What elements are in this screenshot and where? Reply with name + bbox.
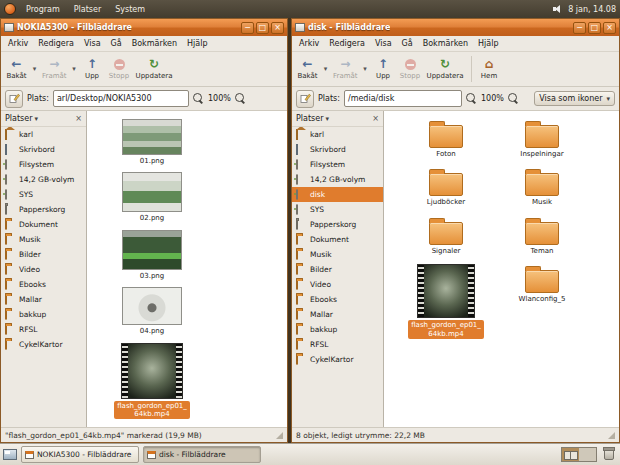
sidebar-item-mallar[interactable]: Mallar <box>1 292 86 307</box>
sidebar-item-karl[interactable]: karl <box>1 127 86 142</box>
folder-item[interactable]: Inspelningar <box>494 119 590 158</box>
sidebar-item-disk[interactable]: disk <box>292 187 383 202</box>
file-item[interactable]: 02.png <box>122 172 182 222</box>
forward-history-dropdown[interactable] <box>70 54 79 85</box>
sidebar-item-sys[interactable]: SYS <box>1 187 86 202</box>
menu-bokmarken[interactable]: Bokmärken <box>418 37 473 50</box>
reload-button[interactable]: Uppdatera <box>133 54 176 85</box>
maximize-button[interactable] <box>588 22 601 34</box>
zoom-level[interactable]: 100% <box>481 94 504 103</box>
back-history-dropdown[interactable] <box>321 54 330 85</box>
sidebar-item-cykelkartor[interactable]: CykelKartor <box>1 337 86 352</box>
toggle-location-entry-button[interactable] <box>5 90 23 108</box>
titlebar[interactable]: disk - Filbläddrare <box>292 19 619 36</box>
menu-arkiv[interactable]: Arkiv <box>3 37 33 50</box>
reload-button[interactable]: Uppdatera <box>424 54 467 85</box>
menu-platser[interactable]: Platser <box>68 3 107 16</box>
stop-button[interactable]: Stopp <box>106 54 133 85</box>
sidebar-item-bilder[interactable]: Bilder <box>292 262 383 277</box>
up-button[interactable]: Upp <box>370 54 397 85</box>
sidebar-item-ebooks[interactable]: Ebooks <box>292 292 383 307</box>
view-mode-dropdown[interactable]: Visa som ikoner <box>534 91 615 106</box>
trash-applet-icon[interactable] <box>604 449 614 460</box>
menu-visa[interactable]: Visa <box>370 37 397 50</box>
menu-redigera[interactable]: Redigera <box>324 37 370 50</box>
forward-history-dropdown[interactable] <box>361 54 370 85</box>
zoom-in-icon[interactable] <box>508 93 519 104</box>
taskbar-window-nokia5300[interactable]: NOKIA5300 - Filbläddrare <box>21 446 139 463</box>
menu-arkiv[interactable]: Arkiv <box>294 37 324 50</box>
menu-redigera[interactable]: Redigera <box>33 37 79 50</box>
show-desktop-icon[interactable] <box>3 449 17 460</box>
menu-program[interactable]: Program <box>20 3 66 16</box>
workspace-1[interactable] <box>562 448 579 461</box>
sidebar-item-sys[interactable]: SYS <box>292 202 383 217</box>
toggle-location-entry-button[interactable] <box>296 90 314 108</box>
sidebar-item-skrivbord[interactable]: Skrivbord <box>1 142 86 157</box>
sidebar-item-volym[interactable]: 14,2 GB-volym <box>292 172 383 187</box>
sidebar-item-rfsl[interactable]: RFSL <box>292 337 383 352</box>
sidebar-item-dokument[interactable]: Dokument <box>292 232 383 247</box>
menu-ga[interactable]: Gå <box>397 37 418 50</box>
clock[interactable]: 8 jan, 14.08 <box>568 5 616 14</box>
back-button[interactable]: Bakåt <box>3 54 30 85</box>
folder-item[interactable]: Foton <box>398 119 494 158</box>
home-button[interactable]: Hem <box>476 54 503 85</box>
sidebar-item-mallar[interactable]: Mallar <box>292 307 383 322</box>
menu-ga[interactable]: Gå <box>106 37 127 50</box>
file-item[interactable]: 04.png <box>122 287 182 335</box>
file-item[interactable]: 01.png <box>122 119 182 165</box>
sidebar-item-ebooks[interactable]: Ebooks <box>1 277 86 292</box>
sidebar-header[interactable]: Platser <box>292 111 383 127</box>
menu-hjalp[interactable]: Hjälp <box>182 37 212 50</box>
folder-item[interactable]: Teman <box>494 216 590 255</box>
sidebar-item-rfsl[interactable]: RFSL <box>1 322 86 337</box>
minimize-button[interactable] <box>241 22 254 34</box>
folder-item[interactable]: Musik <box>494 167 590 206</box>
location-input[interactable]: /media/disk <box>344 90 462 107</box>
sidebar-item-dokument[interactable]: Dokument <box>1 217 86 232</box>
close-button[interactable] <box>271 22 284 34</box>
sidebar-item-bakkup[interactable]: bakkup <box>292 322 383 337</box>
sidebar-item-video[interactable]: Video <box>292 277 383 292</box>
forward-button[interactable]: Framåt <box>39 54 70 85</box>
sidebar-item-karl[interactable]: karl <box>292 127 383 142</box>
back-button[interactable]: Bakåt <box>294 54 321 85</box>
file-item-selected[interactable]: flash_gordon_ep01_64kb.mp4 <box>114 343 190 420</box>
sidebar-header[interactable]: Platser <box>1 111 86 127</box>
back-history-dropdown[interactable] <box>30 54 39 85</box>
file-view[interactable]: 01.png 02.png 03.png 04.png flash_gordon… <box>87 111 287 427</box>
sidebar-item-cykelkartor[interactable]: CykelKartor <box>292 352 383 367</box>
titlebar[interactable]: NOKIA5300 - Filbläddrare <box>1 19 287 36</box>
minimize-button[interactable] <box>573 22 586 34</box>
sidebar-item-volym[interactable]: 14,2 GB-volym <box>1 172 86 187</box>
sidebar-item-bakkup[interactable]: bakkup <box>1 307 86 322</box>
workspace-2[interactable] <box>579 448 596 461</box>
zoom-out-icon[interactable] <box>193 93 204 104</box>
file-view[interactable]: Foton Inspelningar Ljudböcker Musik Sign… <box>384 111 619 427</box>
maximize-button[interactable] <box>256 22 269 34</box>
sidebar-item-filsystem[interactable]: Filsystem <box>1 157 86 172</box>
folder-item[interactable]: Wlanconfig_5 <box>494 264 590 303</box>
up-button[interactable]: Upp <box>79 54 106 85</box>
zoom-out-icon[interactable] <box>466 93 477 104</box>
sidebar-close-icon[interactable] <box>75 114 82 123</box>
file-item[interactable]: 03.png <box>122 230 182 280</box>
close-button[interactable] <box>603 22 616 34</box>
sidebar-item-skrivbord[interactable]: Skrivbord <box>292 142 383 157</box>
resize-grip[interactable] <box>608 432 615 439</box>
volume-icon[interactable] <box>553 5 563 14</box>
forward-button[interactable]: Framåt <box>330 54 361 85</box>
sidebar-item-musik[interactable]: Musik <box>1 232 86 247</box>
menu-bokmarken[interactable]: Bokmärken <box>127 37 182 50</box>
zoom-in-icon[interactable] <box>235 93 246 104</box>
sidebar-item-filsystem[interactable]: Filsystem <box>292 157 383 172</box>
menu-hjalp[interactable]: Hjälp <box>473 37 503 50</box>
stop-button[interactable]: Stopp <box>397 54 424 85</box>
sidebar-item-papperskorg[interactable]: Papperskorg <box>1 202 86 217</box>
taskbar-window-disk[interactable]: disk - Filbläddrare <box>143 446 261 463</box>
menu-visa[interactable]: Visa <box>79 37 106 50</box>
folder-item[interactable]: Ljudböcker <box>398 167 494 206</box>
zoom-level[interactable]: 100% <box>208 94 231 103</box>
sidebar-close-icon[interactable] <box>372 114 379 123</box>
